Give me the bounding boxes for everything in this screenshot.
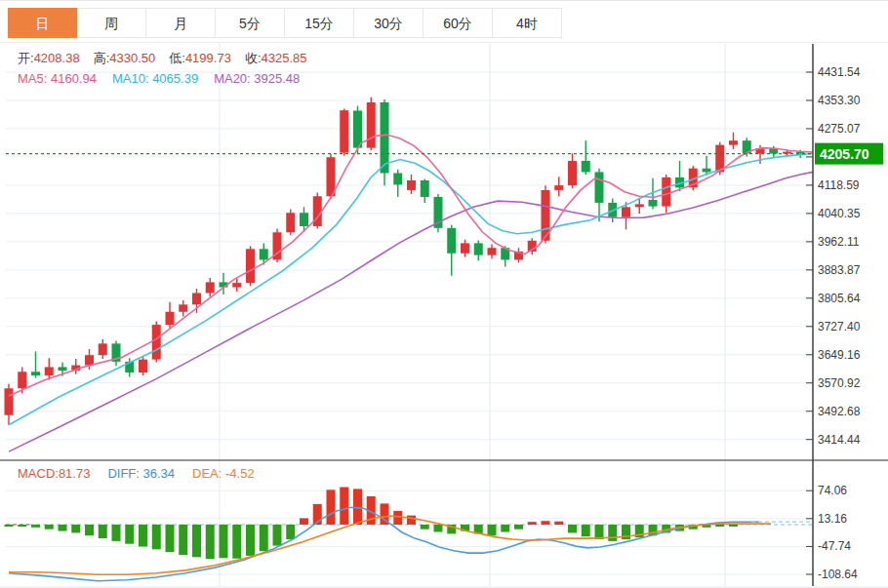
svg-text:-108.64: -108.64	[818, 568, 858, 581]
svg-text:74.06: 74.06	[818, 484, 847, 497]
tab-month[interactable]: 月	[146, 8, 216, 38]
timeframe-toolbar: 日 周 月 5分 15分 30分 60分 4时	[0, 0, 888, 43]
low-value: 4199.73	[185, 51, 231, 65]
diff-value: DIFF: 36.34	[107, 466, 175, 481]
macd-readout: MACD:81.73DIFF: 36.34DEA: -4.52	[18, 466, 272, 481]
timeframe-tabs: 日 周 月 5分 15分 30分 60分 4时	[8, 8, 562, 38]
high-label: 高:	[94, 51, 110, 65]
svg-text:3570.92: 3570.92	[818, 376, 861, 390]
svg-text:3883.87: 3883.87	[818, 263, 861, 277]
tab-4hour[interactable]: 4时	[493, 8, 562, 38]
tab-60min[interactable]: 60分	[424, 8, 493, 38]
ma10-value: MA10: 4065.39	[112, 71, 198, 86]
dea-value: DEA: -4.52	[192, 466, 255, 481]
tab-week[interactable]: 周	[77, 8, 146, 38]
tab-15min[interactable]: 15分	[285, 8, 354, 38]
tab-30min[interactable]: 30分	[354, 8, 424, 38]
macd-value: MACD:81.73	[18, 466, 90, 481]
tab-day[interactable]: 日	[8, 8, 77, 38]
svg-text:4275.07: 4275.07	[818, 122, 861, 136]
open-value: 4208.38	[34, 51, 80, 65]
tab-5min[interactable]: 5分	[216, 8, 285, 38]
close-label: 收:	[245, 51, 262, 65]
svg-text:3492.68: 3492.68	[818, 405, 861, 418]
svg-text:4205.70: 4205.70	[820, 146, 869, 162]
close-value: 4325.85	[262, 51, 307, 65]
low-label: 低:	[169, 51, 185, 65]
svg-text:3962.11: 3962.11	[818, 235, 860, 249]
svg-text:4040.35: 4040.35	[818, 207, 861, 220]
svg-text:3727.40: 3727.40	[818, 320, 861, 333]
open-label: 开:	[18, 51, 34, 65]
candlestick-macd-chart[interactable]: 4431.544353.304275.074118.594040.353962.…	[0, 0, 888, 588]
ohlc-readout: 开:4208.38高:4330.50低:4199.73收:4325.85	[18, 50, 321, 67]
trading-chart-window: 日 周 月 5分 15分 30分 60分 4时 4431.544353.3042…	[0, 0, 888, 588]
svg-text:3414.44: 3414.44	[818, 433, 861, 447]
svg-text:4118.59: 4118.59	[818, 178, 860, 192]
ma-readout: MA5: 4160.94MA10: 4065.39MA20: 3925.48	[18, 71, 315, 86]
svg-text:3649.16: 3649.16	[818, 348, 861, 362]
ma20-value: MA20: 3925.48	[214, 71, 300, 86]
svg-text:4431.54: 4431.54	[818, 65, 861, 79]
svg-text:-47.74: -47.74	[818, 539, 851, 553]
ma5-value: MA5: 4160.94	[18, 71, 97, 86]
svg-text:13.16: 13.16	[818, 512, 847, 526]
svg-text:3805.64: 3805.64	[818, 292, 861, 305]
high-value: 4330.50	[109, 51, 155, 65]
svg-text:4353.30: 4353.30	[818, 94, 861, 107]
